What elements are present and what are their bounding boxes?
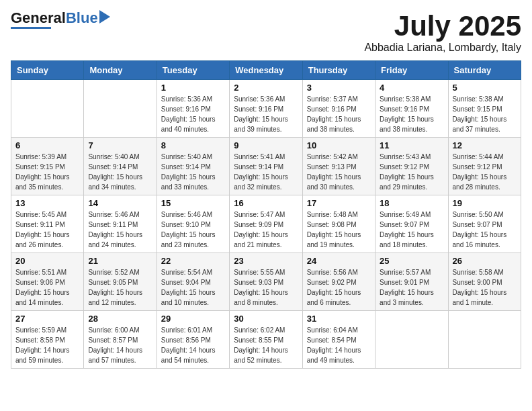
calendar-cell: 13Sunrise: 5:45 AMSunset: 9:11 PMDayligh… — [11, 195, 84, 253]
calendar-cell — [375, 311, 448, 369]
day-number: 7 — [88, 140, 152, 150]
day-info: Sunrise: 5:58 AMSunset: 9:00 PMDaylight:… — [453, 267, 517, 308]
day-number: 21 — [88, 256, 152, 266]
calendar-cell — [448, 311, 521, 369]
day-info: Sunrise: 5:44 AMSunset: 9:12 PMDaylight:… — [453, 152, 517, 192]
day-info: Sunrise: 5:49 AMSunset: 9:07 PMDaylight:… — [380, 210, 443, 250]
calendar-cell: 7Sunrise: 5:40 AMSunset: 9:14 PMDaylight… — [84, 138, 157, 195]
day-number: 22 — [161, 256, 225, 266]
day-info: Sunrise: 5:47 AMSunset: 9:09 PMDaylight:… — [234, 210, 298, 250]
day-info: Sunrise: 5:41 AMSunset: 9:14 PMDaylight:… — [234, 152, 298, 192]
month-title: July 2025 — [364, 11, 521, 42]
day-info: Sunrise: 5:48 AMSunset: 9:08 PMDaylight:… — [307, 210, 371, 250]
day-number: 24 — [307, 256, 371, 266]
calendar-cell: 28Sunrise: 6:00 AMSunset: 8:57 PMDayligh… — [84, 311, 157, 369]
weekday-header-cell: Monday — [84, 61, 157, 80]
calendar-cell: 5Sunrise: 5:38 AMSunset: 9:15 PMDaylight… — [448, 80, 521, 138]
day-number: 4 — [380, 83, 443, 93]
day-number: 23 — [234, 256, 298, 266]
day-number: 1 — [161, 83, 225, 93]
calendar-cell: 17Sunrise: 5:48 AMSunset: 9:08 PMDayligh… — [302, 195, 375, 253]
day-info: Sunrise: 5:46 AMSunset: 9:11 PMDaylight:… — [88, 210, 152, 250]
calendar-week-row: 27Sunrise: 5:59 AMSunset: 8:58 PMDayligh… — [11, 311, 521, 369]
calendar-cell: 12Sunrise: 5:44 AMSunset: 9:12 PMDayligh… — [448, 138, 521, 195]
day-info: Sunrise: 5:52 AMSunset: 9:05 PMDaylight:… — [88, 267, 152, 308]
calendar-cell: 6Sunrise: 5:39 AMSunset: 9:15 PMDaylight… — [11, 138, 84, 195]
calendar-cell: 25Sunrise: 5:57 AMSunset: 9:01 PMDayligh… — [375, 253, 448, 311]
day-info: Sunrise: 5:37 AMSunset: 9:16 PMDaylight:… — [307, 94, 371, 134]
day-info: Sunrise: 5:43 AMSunset: 9:12 PMDaylight:… — [380, 152, 443, 192]
day-info: Sunrise: 5:42 AMSunset: 9:13 PMDaylight:… — [307, 152, 371, 192]
day-number: 20 — [15, 256, 79, 266]
weekday-header-cell: Saturday — [448, 61, 521, 80]
calendar-cell: 11Sunrise: 5:43 AMSunset: 9:12 PMDayligh… — [375, 138, 448, 195]
calendar-cell: 8Sunrise: 5:40 AMSunset: 9:14 PMDaylight… — [157, 138, 229, 195]
calendar-week-row: 20Sunrise: 5:51 AMSunset: 9:06 PMDayligh… — [11, 253, 521, 311]
calendar-cell: 21Sunrise: 5:52 AMSunset: 9:05 PMDayligh… — [84, 253, 157, 311]
day-info: Sunrise: 5:36 AMSunset: 9:16 PMDaylight:… — [161, 94, 225, 134]
calendar-cell: 20Sunrise: 5:51 AMSunset: 9:06 PMDayligh… — [11, 253, 84, 311]
day-number: 28 — [88, 314, 152, 324]
day-info: Sunrise: 5:40 AMSunset: 9:14 PMDaylight:… — [161, 152, 225, 192]
calendar-cell: 26Sunrise: 5:58 AMSunset: 9:00 PMDayligh… — [448, 253, 521, 311]
calendar-cell: 24Sunrise: 5:56 AMSunset: 9:02 PMDayligh… — [302, 253, 375, 311]
day-number: 9 — [234, 140, 298, 150]
calendar-cell: 29Sunrise: 6:01 AMSunset: 8:56 PMDayligh… — [157, 311, 229, 369]
day-info: Sunrise: 6:02 AMSunset: 8:55 PMDaylight:… — [234, 325, 298, 365]
day-info: Sunrise: 5:36 AMSunset: 9:16 PMDaylight:… — [234, 94, 298, 134]
calendar-cell: 4Sunrise: 5:38 AMSunset: 9:16 PMDaylight… — [375, 80, 448, 138]
day-number: 25 — [380, 256, 443, 266]
day-info: Sunrise: 5:54 AMSunset: 9:04 PMDaylight:… — [161, 267, 225, 308]
weekday-header-cell: Tuesday — [157, 61, 229, 80]
logo: GeneralBlue — [11, 11, 110, 29]
day-number: 8 — [161, 140, 225, 150]
day-number: 31 — [307, 314, 371, 324]
calendar-cell: 10Sunrise: 5:42 AMSunset: 9:13 PMDayligh… — [302, 138, 375, 195]
calendar-cell: 27Sunrise: 5:59 AMSunset: 8:58 PMDayligh… — [11, 311, 84, 369]
day-info: Sunrise: 5:59 AMSunset: 8:58 PMDaylight:… — [15, 325, 79, 365]
day-number: 6 — [15, 140, 79, 150]
day-number: 2 — [234, 83, 298, 93]
calendar-cell — [11, 80, 84, 138]
day-number: 27 — [15, 314, 79, 324]
calendar-cell: 31Sunrise: 6:04 AMSunset: 8:54 PMDayligh… — [302, 311, 375, 369]
weekday-header-cell: Wednesday — [230, 61, 302, 80]
day-info: Sunrise: 5:38 AMSunset: 9:16 PMDaylight:… — [380, 94, 443, 134]
day-number: 15 — [161, 198, 225, 208]
day-info: Sunrise: 6:00 AMSunset: 8:57 PMDaylight:… — [88, 325, 152, 365]
logo-underline — [11, 27, 51, 29]
day-info: Sunrise: 5:57 AMSunset: 9:01 PMDaylight:… — [380, 267, 443, 308]
calendar-cell: 2Sunrise: 5:36 AMSunset: 9:16 PMDaylight… — [230, 80, 302, 138]
calendar-week-row: 1Sunrise: 5:36 AMSunset: 9:16 PMDaylight… — [11, 80, 521, 138]
location-title: Abbadia Lariana, Lombardy, Italy — [364, 42, 521, 54]
calendar-week-row: 13Sunrise: 5:45 AMSunset: 9:11 PMDayligh… — [11, 195, 521, 253]
calendar-cell: 14Sunrise: 5:46 AMSunset: 9:11 PMDayligh… — [84, 195, 157, 253]
day-number: 5 — [453, 83, 517, 93]
logo-text: GeneralBlue — [11, 11, 98, 26]
day-info: Sunrise: 5:39 AMSunset: 9:15 PMDaylight:… — [15, 152, 79, 192]
day-number: 29 — [161, 314, 225, 324]
day-number: 26 — [453, 256, 517, 266]
calendar-cell: 1Sunrise: 5:36 AMSunset: 9:16 PMDaylight… — [157, 80, 229, 138]
calendar-cell: 18Sunrise: 5:49 AMSunset: 9:07 PMDayligh… — [375, 195, 448, 253]
day-number: 16 — [234, 198, 298, 208]
day-info: Sunrise: 5:51 AMSunset: 9:06 PMDaylight:… — [15, 267, 79, 308]
weekday-header-row: SundayMondayTuesdayWednesdayThursdayFrid… — [11, 61, 521, 80]
calendar-cell: 22Sunrise: 5:54 AMSunset: 9:04 PMDayligh… — [157, 253, 229, 311]
day-number: 19 — [453, 198, 517, 208]
day-info: Sunrise: 5:40 AMSunset: 9:14 PMDaylight:… — [88, 152, 152, 192]
day-number: 13 — [15, 198, 79, 208]
day-number: 10 — [307, 140, 371, 150]
calendar-cell: 9Sunrise: 5:41 AMSunset: 9:14 PMDaylight… — [230, 138, 302, 195]
calendar-cell: 19Sunrise: 5:50 AMSunset: 9:07 PMDayligh… — [448, 195, 521, 253]
calendar-cell: 30Sunrise: 6:02 AMSunset: 8:55 PMDayligh… — [230, 311, 302, 369]
day-info: Sunrise: 5:50 AMSunset: 9:07 PMDaylight:… — [453, 210, 517, 250]
day-number: 17 — [307, 198, 371, 208]
day-info: Sunrise: 5:56 AMSunset: 9:02 PMDaylight:… — [307, 267, 371, 308]
calendar: SundayMondayTuesdayWednesdayThursdayFrid… — [11, 60, 521, 369]
day-info: Sunrise: 6:01 AMSunset: 8:56 PMDaylight:… — [161, 325, 225, 365]
day-info: Sunrise: 5:46 AMSunset: 9:10 PMDaylight:… — [161, 210, 225, 250]
calendar-cell — [84, 80, 157, 138]
day-number: 3 — [307, 83, 371, 93]
day-number: 14 — [88, 198, 152, 208]
